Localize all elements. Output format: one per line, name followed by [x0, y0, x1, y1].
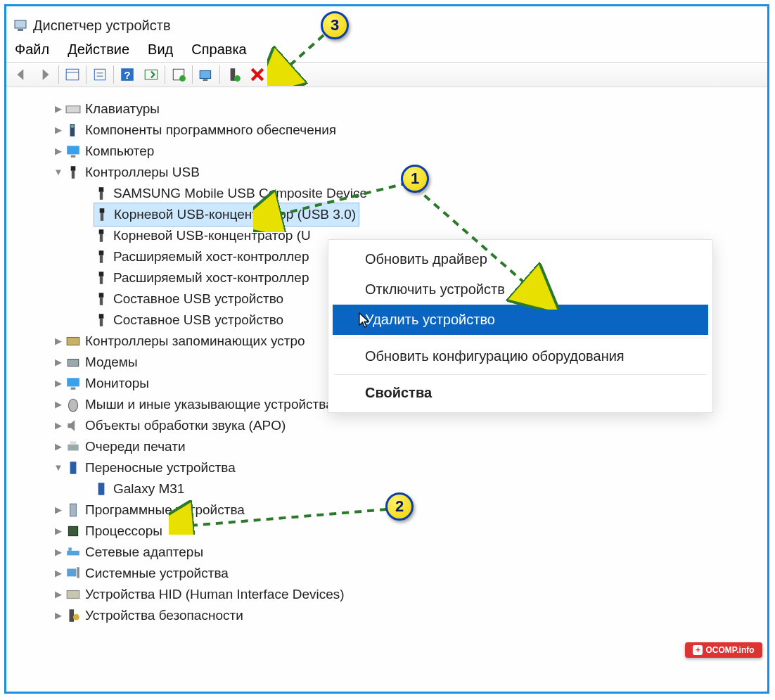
svg-rect-29 [100, 234, 103, 242]
component-icon [65, 122, 81, 138]
tree-item-computer[interactable]: ▶Компьютер [6, 141, 767, 162]
tree-item-network[interactable]: ▶Сетевые адаптеры [6, 542, 767, 563]
tree-item-system-devices[interactable]: ▶Системные устройства [6, 563, 767, 584]
keyboard-icon [65, 101, 81, 117]
back-button[interactable] [10, 64, 32, 85]
properties-button[interactable] [89, 64, 111, 85]
annotation-badge-1: 1 [401, 165, 429, 193]
scan-hardware-button[interactable] [195, 64, 217, 85]
svg-rect-27 [101, 213, 103, 221]
chevron-down-icon[interactable]: ▼ [51, 461, 65, 475]
tree-item-software-components[interactable]: ▶Компоненты программного обеспечения [6, 120, 767, 141]
chevron-right-icon[interactable]: ▶ [51, 334, 65, 348]
chevron-right-icon[interactable]: ▶ [51, 609, 65, 623]
speaker-icon [65, 418, 81, 433]
chevron-right-icon[interactable]: ▶ [51, 376, 65, 390]
svg-rect-20 [67, 146, 79, 154]
chevron-right-icon[interactable]: ▶ [51, 355, 65, 369]
svg-text:?: ? [124, 69, 130, 81]
chevron-right-icon[interactable]: ▶ [51, 419, 65, 433]
toolbar: ? [6, 62, 767, 87]
tree-item-processors[interactable]: ▶Процессоры [6, 521, 767, 542]
context-menu: Обновить драйвер Отключить устройств Уда… [328, 239, 713, 413]
svg-rect-17 [66, 106, 80, 113]
svg-rect-47 [70, 504, 77, 516]
usb-icon [65, 165, 81, 180]
svg-rect-52 [77, 567, 79, 578]
chevron-right-icon[interactable]: ▶ [51, 503, 65, 517]
svg-rect-43 [68, 445, 78, 451]
svg-rect-48 [68, 526, 77, 535]
enable-device-button[interactable] [167, 64, 190, 85]
help-button[interactable]: ? [116, 64, 139, 85]
chevron-right-icon[interactable]: ▶ [51, 440, 65, 454]
svg-rect-35 [100, 298, 103, 305]
svg-rect-2 [66, 69, 79, 79]
monitor-icon [65, 144, 81, 159]
menu-help[interactable]: Справка [191, 42, 246, 58]
context-disable-device[interactable]: Отключить устройств [333, 274, 708, 305]
mouse-icon [65, 397, 81, 412]
context-update-driver[interactable]: Обновить драйвер [333, 244, 708, 274]
context-properties[interactable]: Свойства [333, 378, 708, 408]
chevron-down-icon[interactable]: ▼ [51, 165, 65, 179]
svg-rect-45 [70, 462, 77, 474]
tree-item-print-queues[interactable]: ▶Очереди печати [6, 436, 767, 457]
menu-view[interactable]: Вид [148, 42, 173, 58]
phone-icon [94, 481, 109, 497]
security-icon [65, 608, 81, 623]
monitor-icon [65, 376, 81, 391]
usb-plug-icon [94, 186, 109, 201]
tree-item-portable[interactable]: ▼Переносные устройства [6, 457, 767, 478]
device-manager-icon [13, 18, 27, 32]
svg-rect-21 [71, 155, 76, 158]
uninstall-button[interactable] [246, 64, 269, 85]
chevron-right-icon[interactable]: ▶ [51, 102, 65, 116]
modem-icon [65, 355, 81, 370]
menu-action[interactable]: Действие [68, 42, 129, 58]
svg-point-19 [71, 125, 74, 127]
menu-file[interactable]: Файл [15, 42, 49, 58]
svg-rect-32 [99, 272, 104, 276]
window-title: Диспетчер устройств [33, 18, 171, 34]
forward-button[interactable] [34, 64, 56, 85]
svg-rect-13 [203, 79, 208, 81]
tree-item-portable-galaxy[interactable]: Galaxy M31 [6, 478, 767, 499]
svg-rect-1 [18, 29, 23, 31]
pc-icon [65, 566, 81, 581]
tree-item-usb-root-hub-30[interactable]: Корневой USB-концентратор (USB 3.0) [6, 204, 767, 225]
tree-item-apo[interactable]: ▶Объекты обработки звука (APO) [6, 415, 767, 436]
svg-rect-46 [98, 483, 105, 495]
tree-item-keyboards[interactable]: ▶Клавиатуры [6, 98, 767, 120]
svg-point-15 [234, 75, 241, 82]
svg-rect-37 [100, 319, 103, 326]
chevron-right-icon[interactable]: ▶ [51, 397, 65, 412]
svg-rect-44 [70, 441, 77, 444]
svg-rect-28 [99, 229, 104, 234]
add-legacy-button[interactable] [222, 64, 245, 85]
svg-rect-4 [94, 69, 105, 79]
chevron-right-icon[interactable]: ▶ [51, 524, 65, 538]
tree-item-usb-samsung[interactable]: SAMSUNG Mobile USB Composite Device [6, 183, 767, 204]
update-driver-button[interactable] [140, 64, 162, 85]
storage-icon [65, 333, 81, 349]
context-uninstall-device[interactable]: Удалить устройство [333, 305, 708, 335]
chevron-right-icon[interactable]: ▶ [51, 123, 65, 137]
disable-button[interactable] [270, 64, 293, 85]
chevron-right-icon[interactable]: ▶ [51, 545, 65, 559]
svg-rect-39 [68, 359, 78, 367]
context-separator [334, 374, 707, 375]
svg-rect-49 [67, 551, 79, 556]
tree-item-hid[interactable]: ▶Устройства HID (Human Interface Devices… [6, 584, 767, 605]
chevron-right-icon[interactable]: ▶ [51, 144, 65, 158]
tree-item-security[interactable]: ▶Устройства безопасности [6, 605, 767, 626]
chevron-right-icon[interactable]: ▶ [51, 587, 65, 602]
svg-rect-41 [71, 388, 76, 390]
svg-rect-53 [67, 591, 79, 599]
watermark: OCOMP.info [685, 642, 762, 658]
show-hidden-button[interactable] [61, 64, 84, 85]
tree-item-usb-controllers[interactable]: ▼Контроллеры USB [6, 162, 767, 183]
usb-plug-icon [94, 291, 109, 307]
chevron-right-icon[interactable]: ▶ [51, 566, 65, 580]
context-scan-hardware[interactable]: Обновить конфигурацию оборудования [333, 341, 708, 371]
